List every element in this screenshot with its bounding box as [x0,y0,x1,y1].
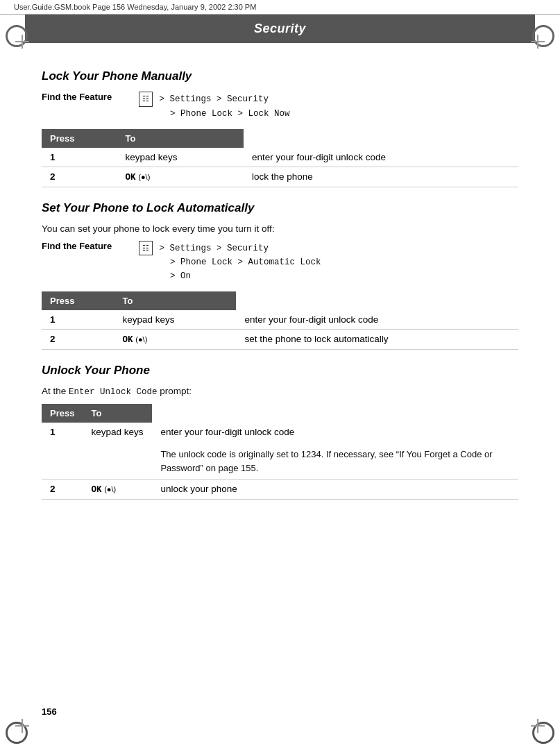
table-row: 1 keypad keys enter your four-digit unlo… [42,423,518,480]
row1-press: keypad keys [117,148,244,167]
crosshair-tr [531,35,545,49]
row2-num: 2 [42,330,114,350]
row2-num: 2 [42,167,117,187]
row2-press: OK (●\) [83,480,152,500]
table-row: 1 keypad keys enter your four-digit unlo… [42,310,518,330]
table-row: 1 keypad keys enter your four-digit unlo… [42,148,518,167]
crosshair-br [531,719,545,733]
row1-to: enter your four-digit unlock code [236,310,518,330]
section3-body-code: Enter Unlock Code [69,387,158,397]
section2-find-feature: Find the Feature ☷ > Settings > Security… [42,241,518,284]
top-bar-text: User.Guide.GSM.book Page 156 Wednesday, … [14,3,256,11]
page-number: 156 [42,706,57,717]
section2-find-path: ☷ > Settings > Security > Phone Lock > A… [139,241,321,284]
section3-table: Press To 1 keypad keys enter your four-d… [42,404,518,500]
table-row: 2 OK (●\) lock the phone [42,167,518,187]
crosshair-tl [15,35,29,49]
section2-table: Press To 1 keypad keys enter your four-d… [42,291,518,350]
section1-find-label: Find the Feature [42,92,139,102]
unlock-note: The unlock code is originally set to 123… [160,449,492,473]
col-to-3: To [83,404,152,423]
header-title: Security [254,22,306,35]
table-header-row: Press To [42,404,518,423]
table-row: 2 OK (●\) unlock your phone [42,480,518,500]
row2-press: OK (●\) [117,167,244,187]
row2-to: set the phone to lock automatically [236,330,518,350]
section3-title: Unlock Your Phone [42,364,518,378]
row1-to: enter your four-digit unlock code [244,148,518,167]
section-header: Security [25,15,535,43]
col-to-2: To [114,291,237,310]
row2-to: lock the phone [244,167,518,187]
table-header-row: Press To [42,129,518,148]
section1-find-path: ☷ > Settings > Security > Phone Lock > L… [139,92,290,121]
table-row: 2 OK (●\) set the phone to lock automati… [42,330,518,350]
col-press-2: Press [42,291,114,310]
main-content: Lock Your Phone Manually Find the Featur… [0,43,560,541]
col-to-1: To [117,129,244,148]
menu-icon-2: ☷ [139,241,153,256]
section2-title: Set Your Phone to Lock Automatically [42,201,518,215]
row1-to: enter your four-digit unlock code The un… [152,423,518,480]
table-header-row: Press To [42,291,518,310]
row1-press: keypad keys [114,310,237,330]
row1-num: 1 [42,148,117,167]
row2-press: OK (●\) [114,330,237,350]
section1-title: Lock Your Phone Manually [42,69,518,83]
crosshair-bl [15,719,29,733]
section3-body: At the Enter Unlock Code prompt: [42,386,518,397]
col-press-3: Press [42,404,83,423]
section1-find-feature: Find the Feature ☷ > Settings > Security… [42,92,518,121]
row1-press: keypad keys [83,423,152,480]
row1-num: 1 [42,423,83,480]
section2-body: You can set your phone to lock every tim… [42,223,518,234]
row2-num: 2 [42,480,83,500]
section1-table: Press To 1 keypad keys enter your four-d… [42,129,518,187]
row2-to: unlock your phone [152,480,518,500]
section2-find-label: Find the Feature [42,241,139,251]
top-metadata-bar: User.Guide.GSM.book Page 156 Wednesday, … [0,0,560,15]
row1-num: 1 [42,310,114,330]
col-press-1: Press [42,129,117,148]
menu-icon-1: ☷ [139,92,153,107]
